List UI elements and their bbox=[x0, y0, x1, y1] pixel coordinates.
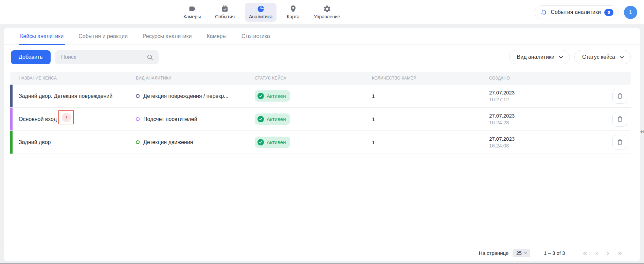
nav-label: Управление bbox=[314, 14, 340, 19]
analytics-type-cell: Детекция повреждения / перекр... bbox=[136, 93, 255, 99]
search-field bbox=[55, 50, 159, 64]
nav-label: Аналитика bbox=[249, 14, 272, 19]
col-header-case-name: НАЗВАНИЕ КЕЙСА bbox=[10, 76, 136, 81]
first-page-button[interactable]: « bbox=[583, 249, 587, 257]
nav-item-management[interactable]: Управление bbox=[310, 3, 344, 22]
pagination-bar: На странице 25 1 – 3 of 3 « ‹ › » bbox=[4, 245, 640, 261]
row-actions bbox=[591, 89, 631, 104]
error-highlight-box: ! bbox=[58, 110, 74, 124]
case-name: Основной вход bbox=[19, 116, 57, 122]
case-name-cell: Задний двор bbox=[10, 131, 136, 154]
row-actions bbox=[591, 112, 631, 127]
delete-case-button[interactable] bbox=[612, 135, 627, 150]
analytics-type-cell: Детекция движения bbox=[136, 139, 255, 145]
created-date: 27.07.2023 bbox=[489, 113, 588, 119]
case-status-filter[interactable]: Статус кейса bbox=[574, 50, 631, 64]
trash-icon bbox=[617, 139, 623, 145]
col-header-camera-count: КОЛИЧЕСТВО КАМЕР bbox=[372, 76, 489, 81]
table-row[interactable]: Задний двор Детекция движения Активен 1 bbox=[10, 131, 631, 154]
created-cell: 27.07.2023 16:27:12 bbox=[489, 90, 591, 102]
created-date: 27.07.2023 bbox=[489, 136, 588, 142]
tab-statistics[interactable]: Статистика bbox=[241, 33, 271, 45]
case-name-cell: Задний двор. Детекция повреждений bbox=[10, 85, 136, 107]
toolbar: Добавить Вид аналитики Статус кейса bbox=[4, 45, 640, 69]
nav-item-cameras[interactable]: Камеры bbox=[179, 3, 205, 22]
chevron-down-icon bbox=[558, 55, 564, 60]
next-page-button[interactable]: › bbox=[607, 249, 610, 257]
trash-icon bbox=[617, 116, 623, 122]
delete-case-button[interactable] bbox=[612, 89, 627, 104]
camera-count-cell: 1 bbox=[372, 139, 489, 145]
analytics-type-label: Детекция повреждения / перекр... bbox=[143, 93, 228, 99]
filter-label: Вид аналитики bbox=[517, 54, 555, 60]
user-avatar[interactable]: 1 bbox=[624, 6, 637, 19]
events-icon bbox=[221, 5, 229, 13]
analytics-events-button[interactable]: События аналитики 0 bbox=[535, 5, 619, 19]
tab-analytics-cases[interactable]: Кейсы аналитики bbox=[19, 33, 64, 45]
analytics-type-cell: Подсчет посетителей bbox=[136, 116, 255, 122]
col-header-case-status: СТАТУС КЕЙСА bbox=[255, 76, 372, 81]
pie-chart-icon bbox=[257, 5, 265, 13]
case-name: Задний двор. Детекция повреждений bbox=[19, 93, 112, 99]
status-label: Активен bbox=[267, 139, 286, 145]
row-accent-bar bbox=[10, 131, 13, 154]
content-card: Кейсы аналитики События и реакции Ресурс… bbox=[4, 28, 640, 261]
app-window: Камеры События Аналитика Карта bbox=[0, 0, 644, 264]
search-input[interactable] bbox=[55, 50, 159, 64]
pager-controls: « ‹ › » bbox=[583, 249, 622, 257]
page-range-label: 1 – 3 of 3 bbox=[544, 250, 565, 256]
status-badge: Активен bbox=[255, 113, 290, 125]
case-name: Задний двор bbox=[19, 139, 51, 145]
status-label: Активен bbox=[267, 116, 286, 122]
delete-case-button[interactable] bbox=[612, 112, 627, 127]
per-page-select[interactable]: 25 bbox=[513, 249, 530, 257]
table-row[interactable]: Задний двор. Детекция повреждений Детекц… bbox=[10, 85, 631, 108]
status-badge: Активен bbox=[255, 137, 290, 148]
analytics-type-label: Подсчет посетителей bbox=[143, 116, 197, 122]
cases-table: НАЗВАНИЕ КЕЙСА ВИД АНАЛИТИКИ СТАТУС КЕЙС… bbox=[10, 72, 631, 245]
chevron-down-icon bbox=[524, 251, 527, 255]
video-camera-icon bbox=[188, 5, 196, 13]
created-time: 16:27:12 bbox=[489, 96, 588, 102]
analytics-type-filter[interactable]: Вид аналитики bbox=[509, 50, 570, 64]
nav-label: Камеры bbox=[183, 14, 201, 19]
events-count-badge: 0 bbox=[604, 9, 613, 16]
analytics-type-icon bbox=[136, 140, 140, 144]
search-icon bbox=[146, 54, 154, 62]
analytics-type-icon bbox=[136, 117, 140, 121]
tab-cameras[interactable]: Камеры bbox=[206, 33, 227, 45]
col-header-analytics-type: ВИД АНАЛИТИКИ bbox=[136, 76, 255, 81]
tab-events-reactions[interactable]: События и реакции bbox=[78, 33, 128, 45]
camera-count-cell: 1 bbox=[372, 93, 489, 99]
nav-item-analytics[interactable]: Аналитика bbox=[245, 3, 276, 22]
filter-label: Статус кейса bbox=[582, 54, 615, 60]
tab-analytics-resources[interactable]: Ресурсы аналитики bbox=[142, 33, 193, 45]
status-label: Активен bbox=[267, 93, 286, 99]
bell-icon bbox=[540, 9, 547, 16]
table-header-row: НАЗВАНИЕ КЕЙСА ВИД АНАЛИТИКИ СТАТУС КЕЙС… bbox=[10, 72, 631, 85]
last-page-button[interactable]: » bbox=[618, 249, 622, 257]
case-status-cell: Активен bbox=[255, 113, 372, 125]
check-circle-icon bbox=[257, 93, 264, 99]
top-bar: Камеры События Аналитика Карта bbox=[0, 0, 644, 24]
main-nav: Камеры События Аналитика Карта bbox=[179, 0, 344, 24]
created-cell: 27.07.2023 16:24:08 bbox=[489, 136, 591, 148]
analytics-type-icon bbox=[136, 94, 140, 98]
gear-icon bbox=[323, 5, 331, 13]
nav-label: События bbox=[215, 14, 235, 19]
prev-page-button[interactable]: ‹ bbox=[595, 249, 598, 257]
camera-count-cell: 1 bbox=[372, 116, 489, 122]
status-badge: Активен bbox=[255, 90, 290, 102]
tabs-bar: Кейсы аналитики События и реакции Ресурс… bbox=[4, 28, 640, 45]
nav-item-events[interactable]: События bbox=[211, 3, 239, 22]
toolbar-filters: Вид аналитики Статус кейса bbox=[509, 50, 631, 64]
map-pin-icon bbox=[289, 5, 297, 13]
nav-item-map[interactable]: Карта bbox=[283, 3, 303, 22]
created-cell: 27.07.2023 16:24:28 bbox=[489, 113, 591, 125]
nav-label: Карта bbox=[287, 14, 299, 19]
per-page-label: На странице bbox=[479, 250, 508, 256]
add-button[interactable]: Добавить bbox=[11, 50, 51, 64]
case-name-cell: Основной вход ! bbox=[10, 108, 136, 130]
table-row[interactable]: Основной вход ! Подсчет посетителей Акти… bbox=[10, 108, 631, 131]
trash-icon bbox=[617, 93, 623, 99]
